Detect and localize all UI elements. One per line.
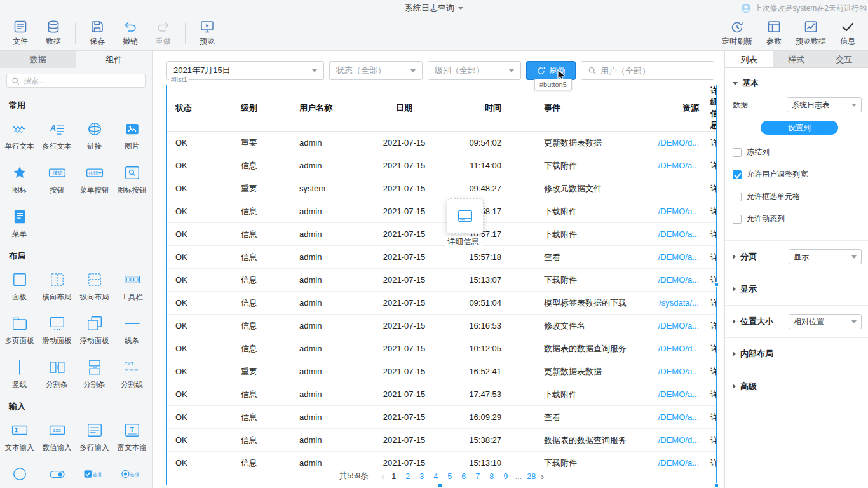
next-page-button[interactable]: › <box>541 471 544 481</box>
table-row[interactable]: OK 重要 admin 2021-07-15 09:54:02 更新数据表数据 … <box>167 132 716 154</box>
level-filter-select[interactable]: 级别（全部） <box>428 61 521 80</box>
cell-resource-link[interactable]: /DEMO/a... <box>646 269 709 292</box>
params-button[interactable]: 参数 <box>757 17 790 50</box>
data-button[interactable]: 数据 <box>37 17 70 50</box>
pagination-display-select[interactable]: 显示 <box>789 249 862 264</box>
section-advanced[interactable]: 高级 <box>725 370 868 402</box>
component-item-panel[interactable]: 面板 <box>1 263 38 307</box>
user-filter-input[interactable] <box>581 61 714 80</box>
tab-interaction[interactable]: 交互 <box>820 51 868 67</box>
data-source-select[interactable]: 系统日志表 <box>787 97 862 112</box>
cell-detail-link[interactable]: 详细信息 <box>709 452 716 468</box>
page-number[interactable]: 3 <box>417 472 426 481</box>
timed-refresh-button[interactable]: 定时刷新 <box>717 17 757 50</box>
column-header-user[interactable]: 用户名称 <box>293 85 369 132</box>
table-row[interactable]: OK 信息 admin 2021-07-15 10:12:05 数据表的数据查询… <box>167 337 716 360</box>
component-item-image[interactable]: 图片 <box>113 112 151 156</box>
component-item-radio[interactable]: 选项 <box>113 458 151 488</box>
component-item-checkbox[interactable]: 选项-- <box>76 458 113 488</box>
set-columns-button[interactable]: 设置列 <box>761 121 838 135</box>
tab-style[interactable]: 样式 <box>773 51 820 67</box>
section-pagination[interactable]: 分页 显示 <box>725 240 868 273</box>
page-number[interactable]: 5 <box>445 472 454 481</box>
cell-resource-link[interactable]: /DEMO/a... <box>646 200 709 223</box>
component-item-multi-page-panel[interactable]: 多页面板 <box>1 307 38 351</box>
cell-resource-link[interactable]: /DEMO/a... <box>646 223 709 246</box>
search-input[interactable] <box>24 76 140 85</box>
page-number[interactable]: 2 <box>403 472 412 481</box>
page-number[interactable]: 4 <box>431 472 440 481</box>
component-item-single-text[interactable]: 单行文本 <box>1 112 38 156</box>
component-item-button[interactable]: 按钮 按钮 <box>38 156 76 200</box>
checkbox-icon[interactable] <box>733 170 742 179</box>
checkbox-row-allow-resize-columns[interactable]: 允许用户调整列宽 <box>725 163 868 186</box>
tab-list[interactable]: 列表 <box>725 51 773 67</box>
cell-detail-link[interactable]: 详细信息 <box>709 315 716 337</box>
design-canvas[interactable]: 2021年7月15日 状态（全部） 级别（全部） 刷新 #list1 状态 <box>153 51 724 488</box>
page-number[interactable]: 1 <box>390 472 398 481</box>
page-number[interactable]: 6 <box>459 472 468 481</box>
component-item-multi-text[interactable]: A 多行文本 <box>38 112 76 156</box>
table-row[interactable]: OK 信息 admin 2021-07-15 15:57:18 查看 /DEMO… <box>167 246 716 269</box>
last-page-number[interactable]: 28 <box>527 472 536 481</box>
component-item-line[interactable]: 线条 <box>113 307 151 351</box>
table-row[interactable]: OK 信息 admin 2021-07-15 15:13:07 下载附件 /DE… <box>167 269 716 292</box>
cell-detail-link[interactable]: 详细信息 <box>709 132 716 154</box>
cell-detail-link[interactable]: 详细信息 <box>709 383 716 406</box>
section-display[interactable]: 显示 <box>725 273 868 305</box>
table-row[interactable]: OK 信息 admin 2021-07-15 15:38:27 数据表的数据查询… <box>167 429 716 452</box>
checkbox-row-freeze-columns[interactable]: 冻结列 <box>725 141 868 163</box>
component-item-h-layout[interactable]: 横向布局 <box>38 263 76 307</box>
cell-detail-link[interactable]: 详细信息 <box>709 200 716 223</box>
resize-handle-corner[interactable] <box>714 483 719 487</box>
save-button[interactable]: 保存 <box>81 17 114 50</box>
table-row[interactable]: OK 信息 admin 2021-07-15 09:51:04 模型标签表数据的… <box>167 292 716 315</box>
component-item-toolbar[interactable]: 工具栏 <box>113 263 151 307</box>
cell-detail-link[interactable]: 详细信息 <box>709 406 716 429</box>
table-row[interactable]: OK 重要 system 2021-07-15 09:48:27 修改元数据文件… <box>167 177 716 200</box>
component-item-vline[interactable]: 竖线 <box>1 351 38 395</box>
page-number[interactable]: 7 <box>473 472 482 481</box>
cell-detail-link[interactable]: 详细信息 <box>709 269 716 292</box>
column-header-date[interactable]: 日期 <box>369 85 439 132</box>
cell-resource-link[interactable]: /DEMO/a... <box>646 315 709 337</box>
cell-resource-link[interactable]: /DEMO/a... <box>646 383 709 406</box>
cell-detail-link[interactable]: 详细信息 <box>709 360 716 383</box>
page-number[interactable]: 8 <box>487 472 496 481</box>
column-header-level[interactable]: 级别 <box>231 85 293 132</box>
cell-resource-link[interactable]: /DEMO/d... <box>646 429 709 452</box>
component-item-icon[interactable]: 图标 <box>1 156 38 200</box>
file-button[interactable]: 文件 <box>4 17 37 50</box>
column-header-resource[interactable]: 资源 <box>646 85 709 132</box>
cell-resource-link[interactable]: /DEMO/a... <box>646 452 709 468</box>
cell-resource-link[interactable]: /DEMO/d... <box>646 337 709 360</box>
resize-handle-right[interactable] <box>714 282 719 287</box>
preview-button[interactable]: 预览 <box>191 17 224 50</box>
dragged-component-card[interactable] <box>447 198 484 234</box>
component-item-splitter-vertical[interactable]: 分割条 <box>38 351 76 395</box>
redo-button[interactable]: 重做 <box>147 17 180 50</box>
status-filter-select[interactable]: 状态（全部） <box>329 61 423 80</box>
page-number[interactable]: 9 <box>501 472 510 481</box>
column-header-time[interactable]: 时间 <box>439 85 509 132</box>
component-item-menu[interactable]: 菜单 <box>1 200 38 244</box>
section-position-size[interactable]: 位置大小 相对位置 <box>725 305 868 337</box>
component-item-toggle[interactable] <box>38 458 76 488</box>
table-row[interactable]: OK 信息 admin 2021-07-15 16:58:17 下载附件 /DE… <box>167 200 716 223</box>
component-item-number-input[interactable]: 123 数值输入 <box>38 414 76 458</box>
cell-resource-link[interactable]: /DEMO/d... <box>646 132 709 154</box>
list-component-selection[interactable]: 状态 级别 用户名称 日期 时间 事件 资源 详细信息 OK 重要 <box>166 85 717 485</box>
cell-detail-link[interactable]: 详细信息 <box>709 429 716 452</box>
prev-page-button[interactable]: ‹ <box>381 471 384 481</box>
cell-resource-link[interactable]: /DEMO/a... <box>646 246 709 269</box>
cell-detail-link[interactable]: 详细信息 <box>709 154 716 177</box>
component-item-switch[interactable] <box>1 458 38 488</box>
column-header-detail[interactable]: 详细信息 <box>709 85 716 132</box>
component-item-link[interactable]: 链接 <box>76 112 113 156</box>
table-row[interactable]: OK 信息 admin 2021-07-15 16:09:29 查看 /DEMO… <box>167 406 716 429</box>
component-item-icon-button[interactable]: 图标按钮 <box>113 156 151 200</box>
component-item-menu-button[interactable]: 按钮 菜单按钮 <box>76 156 113 200</box>
preview-data-button[interactable]: 预览数据 <box>790 17 831 50</box>
component-item-slide-panel[interactable]: 滑动面板 <box>38 307 76 351</box>
component-item-richtext-input[interactable]: T 富文本输 <box>113 414 151 458</box>
